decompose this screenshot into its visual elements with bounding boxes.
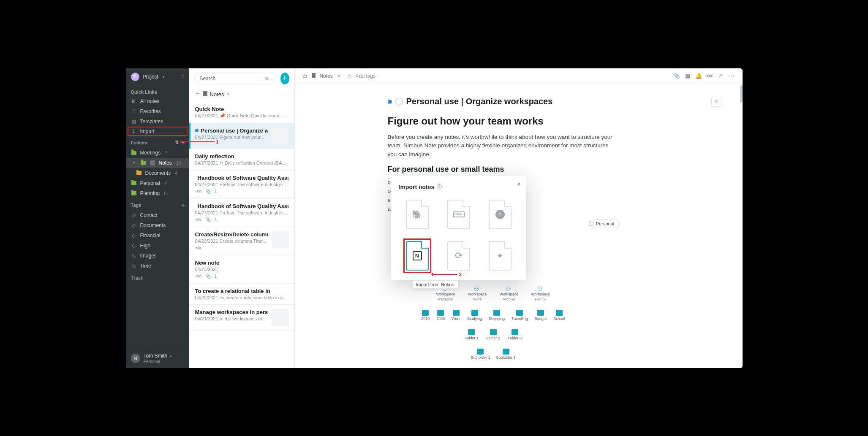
heart-icon: ♡	[131, 108, 137, 114]
tag-images[interactable]: ◇Images	[126, 251, 189, 261]
folder-icon	[131, 151, 137, 155]
crumb-notes[interactable]: Notes	[320, 73, 333, 79]
search-icon[interactable]: ⌕	[271, 76, 274, 81]
note-item[interactable]: Daily reflection 04/27/2021 ↻ Daily refl…	[189, 149, 294, 171]
user-name: Tom Smith	[144, 353, 168, 359]
folder-icon	[503, 349, 509, 355]
emoji-picker-icon[interactable]	[395, 98, 403, 106]
folder-planning[interactable]: Planning6	[126, 188, 189, 198]
help-icon[interactable]: ⓘ	[437, 184, 442, 191]
note-thumbnail	[272, 309, 288, 326]
filter-icon[interactable]: ⚙	[265, 76, 269, 81]
tag-high[interactable]: ◇High	[126, 241, 189, 251]
sidebar: P Project ▾ ≡ Quick Links 🗎All notes ♡Fa…	[126, 68, 189, 368]
workspace-switcher[interactable]: P Project ▾ ≡	[126, 68, 189, 85]
share-icon[interactable]: ⋘	[706, 73, 713, 79]
chevron-down-icon[interactable]: ▾	[338, 74, 340, 78]
folder-icon	[477, 349, 484, 355]
note-item[interactable]: Personal use | Organize work... 04/27/20…	[189, 123, 294, 149]
notion-icon: N	[413, 251, 422, 260]
import-tooltip: Import from Notion	[412, 280, 458, 289]
heading-2[interactable]: Figure out how your team works	[388, 115, 721, 127]
notes-small-icon	[312, 73, 316, 79]
share-icon: ⋘	[195, 274, 202, 279]
paragraph[interactable]: Before you create any notes, it's worthw…	[388, 133, 616, 160]
attachment-icon: 📎	[205, 217, 211, 222]
doc-outline-icon[interactable]: ≡	[711, 97, 721, 107]
confluence-icon: ✦	[496, 251, 503, 261]
badge-personal: Personal	[591, 219, 619, 228]
folder-notes[interactable]: ▾Notes16	[126, 158, 189, 168]
workspace-name: Project	[143, 74, 158, 80]
expand-icon[interactable]: ⤢	[717, 73, 724, 79]
close-icon[interactable]: ✕	[517, 181, 521, 187]
import-dropbox-paper[interactable]: ⟳	[445, 239, 472, 273]
content-scrollbar[interactable]	[740, 85, 743, 102]
tag-time[interactable]: ◇Time	[126, 261, 189, 271]
sidebar-collapse-icon[interactable]: ≡	[180, 73, 184, 80]
tag-documents[interactable]: ◇Documents	[126, 220, 189, 230]
import-text[interactable]: ≡	[487, 198, 514, 231]
folder-meetings[interactable]: Meetings7	[126, 148, 189, 158]
note-item[interactable]: Quick Note 04/27/2021 📌 Quick Note Quick…	[189, 102, 294, 123]
tag-icon: ◇	[131, 243, 137, 249]
folder-icon	[453, 310, 460, 316]
status-dot-icon	[195, 129, 199, 132]
folder-icon	[422, 310, 429, 316]
add-tags[interactable]: Add tags	[356, 73, 375, 79]
folder-icon	[512, 329, 518, 335]
reminder-icon[interactable]: 🔔	[695, 73, 702, 79]
import-confluence[interactable]: ✦	[487, 239, 514, 273]
tag-financial[interactable]: ◇Financial	[126, 230, 189, 241]
add-note-button[interactable]: +	[280, 73, 289, 84]
folder-icon	[471, 310, 478, 316]
share-icon: ⋘	[195, 189, 202, 194]
folder-icon	[468, 329, 475, 335]
nav-trash[interactable]: Trash	[126, 271, 189, 285]
hierarchy-icon: ⚇	[506, 285, 512, 291]
folder-icon	[490, 329, 497, 335]
annotation-arrow-1: 1	[181, 139, 219, 144]
import-evernote[interactable]: 🐘	[404, 198, 431, 231]
note-item[interactable]: Handbook of Software Quality Assura... 0…	[189, 199, 294, 227]
html-icon: HTML	[453, 211, 465, 217]
import-notion[interactable]: N	[404, 239, 431, 273]
nav-favorites[interactable]: ♡Favorites	[126, 106, 189, 116]
chevron-down-icon: ▾	[170, 354, 172, 358]
attachment-icon[interactable]: 📎	[673, 73, 680, 79]
tags-header: Tags +	[126, 198, 189, 210]
note-item[interactable]: Manage workspaces in perso... 04/21/2021…	[189, 305, 294, 330]
import-modal: ✕ Import notes ⓘ 🐘 HTML ≡ N ⟳ ✦ Import f…	[391, 176, 526, 280]
annotation-arrow-2: 2	[432, 272, 462, 277]
heading-3[interactable]: For personal use or small teams	[388, 165, 721, 174]
folder-icon	[556, 310, 563, 316]
import-html[interactable]: HTML	[445, 198, 472, 231]
nav-templates[interactable]: ▦Templates	[126, 116, 189, 127]
folder-icon	[493, 310, 500, 316]
note-item[interactable]: Handbook of Software Quality Assura... 0…	[189, 171, 294, 199]
note-item[interactable]: New note 04/23/2021 ⋘📎1	[189, 255, 294, 284]
hierarchy-icon: ⚇	[537, 285, 544, 291]
workspace-avatar: P	[131, 73, 139, 81]
list-breadcrumb[interactable]: 🗀 Notes ▾	[189, 89, 294, 102]
user-footer[interactable]: N Tom Smith ▾ Personal	[126, 349, 189, 368]
note-item[interactable]: Create/Resize/Delete columns 04/23/2021 …	[189, 227, 294, 255]
add-tag-icon[interactable]: +	[181, 202, 185, 209]
folder-personal[interactable]: Personal4	[126, 178, 189, 188]
folder-icon	[131, 181, 137, 185]
note-icon: 🗎	[131, 98, 137, 104]
quick-links-label: Quick Links	[126, 85, 189, 96]
tag-contact[interactable]: ◇Contact	[126, 210, 189, 220]
nav-all-notes[interactable]: 🗎All notes	[126, 96, 189, 106]
nav-import[interactable]: ⭳Import	[128, 127, 188, 136]
doc-title[interactable]: Personal use | Organize workspaces	[406, 97, 553, 106]
tag-icon: ◇	[131, 233, 137, 238]
qr-icon[interactable]: ▦	[684, 73, 691, 79]
folder-icon[interactable]: 🗀	[302, 73, 307, 79]
download-icon: ⭳	[131, 128, 137, 134]
share-icon: ⋘	[195, 217, 202, 222]
folder-documents[interactable]: Documents4	[126, 168, 189, 178]
note-item[interactable]: To create a relational table in 04/22/20…	[189, 284, 294, 305]
more-icon[interactable]: ⋯	[728, 73, 735, 79]
notes-small-icon	[150, 160, 155, 165]
